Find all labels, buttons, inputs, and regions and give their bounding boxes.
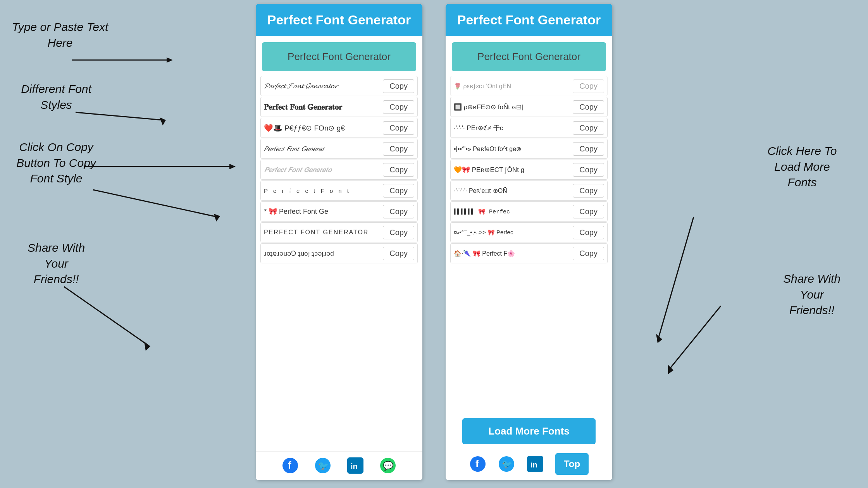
font-display: ¤₄•°¯_•,•..>> 🎀 Perfec	[454, 229, 570, 236]
svg-text:in: in	[530, 461, 537, 469]
font-display: P e r f e c t F o n t	[264, 187, 381, 194]
font-display: ɹoʇɐɹǝuǝ⅁ ʇuoɟ ʇɔǝɟɹǝd	[264, 249, 381, 258]
svg-text:f: f	[288, 459, 291, 471]
copy-button[interactable]: Copy	[573, 247, 604, 260]
font-row: 🧡🎀 PEʀ⊕ECT ʃÔNt g Copy	[450, 160, 608, 180]
font-display: ·'·'·'· ΡEr⊕ℭ≠ 干c	[454, 124, 570, 132]
font-row: •|••°'•» PeʀfeOt fo^t ge⊗ Copy	[450, 139, 608, 159]
font-row: * 🎀 Perfect Font Ge Copy	[260, 201, 418, 222]
font-display: 🔲 ρ⊕ʀFE⊙⊙ foÑt ɢ⊟|	[454, 103, 570, 111]
twitter-icon-2[interactable]: 🐦	[498, 455, 515, 473]
font-row: 🏠·🌂 🎀 Perfect F🌸 Copy	[450, 243, 608, 263]
font-row: ɹoʇɐɹǝuǝ⅁ ʇuoɟ ʇɔǝɟɹǝd Copy	[260, 243, 418, 263]
font-row: PERFECT FONT GENERATOR Copy	[260, 222, 418, 242]
copy-button[interactable]: Copy	[383, 226, 414, 239]
font-display: 🧡🎀 PEʀ⊕ECT ʃÔNt g	[454, 166, 570, 174]
copy-button[interactable]: Copy	[383, 79, 414, 93]
font-row: 𝙋𝙚𝙧𝙛𝙚𝙘𝙩 𝙁𝙤𝙣𝙩 𝙂𝙚𝙣𝙚𝙧𝙖𝙩𝙤 Copy	[260, 160, 418, 180]
copy-button[interactable]: Copy	[573, 226, 604, 239]
copy-button[interactable]: Copy	[573, 142, 604, 156]
facebook-icon-2[interactable]: f	[469, 455, 486, 473]
font-row: ·'·'·'· ΡEr⊕ℭ≠ 干c Copy	[450, 118, 608, 138]
font-display: 𝘗𝘦𝘳𝘧𝘦𝘤𝘵 𝘍𝘰𝘯𝘵 𝘎𝘦𝘯𝘦𝘳𝘢𝘵	[264, 145, 381, 153]
copy-button[interactable]: Copy	[573, 205, 604, 218]
font-row: 𝐏𝐞𝐫𝐟𝐞𝐜𝐭 𝐅𝐨𝐧𝐭 𝐆𝐞𝐧𝐞𝐫𝐚𝐭𝐨𝐫 Copy	[260, 97, 418, 117]
svg-text:💬: 💬	[383, 461, 394, 471]
panel-2: Perfect Font Generator Perfect Font Gene…	[446, 4, 612, 480]
copy-button[interactable]: Copy	[573, 184, 604, 198]
font-display: 𝓟𝓮𝓻𝓯𝓮𝓬𝓽 𝓕𝓸𝓷𝓽 𝓖𝓮𝓷𝓮𝓻𝓪𝓽𝓸𝓻	[264, 82, 381, 90]
copy-button[interactable]: Copy	[383, 205, 414, 218]
social-bar-1: f 🐦 in 💬	[256, 451, 422, 480]
font-row: ❤️🎩 P€ƒƒ€⊙ FOn⊙ g€ Copy	[260, 118, 418, 138]
font-display: ❤️🎩 P€ƒƒ€⊙ FOn⊙ g€	[264, 124, 381, 132]
font-display: 𝐏𝐞𝐫𝐟𝐞𝐜𝐭 𝐅𝐨𝐧𝐭 𝐆𝐞𝐧𝐞𝐫𝐚𝐭𝐨𝐫	[264, 103, 381, 112]
font-row: ▌▌▌▌▌▌ 🎀 Perfec Copy	[450, 201, 608, 222]
copy-button[interactable]: Copy	[573, 163, 604, 177]
font-display: * 🎀 Perfect Font Ge	[264, 207, 381, 216]
font-row: 🌹 ρεʀϝεcτ 'Ont gEN Copy	[450, 76, 608, 96]
font-row: P e r f e c t F o n t Copy	[260, 180, 418, 201]
copy-button[interactable]: Copy	[383, 121, 414, 135]
panel2-header: Perfect Font Generator	[446, 4, 612, 36]
panel1-header: Perfect Font Generator	[256, 4, 422, 36]
font-list-2: 🌹 ρεʀϝεcτ 'Ont gEN Copy 🔲 ρ⊕ʀFE⊙⊙ foÑt ɢ…	[446, 74, 612, 415]
font-display: 🏠·🌂 🎀 Perfect F🌸	[454, 250, 570, 257]
linkedin-icon[interactable]: in	[347, 457, 364, 474]
font-row: 𝓟𝓮𝓻𝓯𝓮𝓬𝓽 𝓕𝓸𝓷𝓽 𝓖𝓮𝓷𝓮𝓻𝓪𝓽𝓸𝓻 Copy	[260, 76, 418, 96]
svg-text:in: in	[351, 462, 358, 471]
load-more-button[interactable]: Load More Fonts	[462, 418, 596, 444]
copy-button[interactable]: Copy	[383, 247, 414, 260]
font-row: ¤₄•°¯_•,•..>> 🎀 Perfec Copy	[450, 222, 608, 242]
copy-button[interactable]: Copy	[573, 79, 604, 93]
font-list-1: 𝓟𝓮𝓻𝓯𝓮𝓬𝓽 𝓕𝓸𝓷𝓽 𝓖𝓮𝓷𝓮𝓻𝓪𝓽𝓸𝓻 Copy 𝐏𝐞𝐫𝐟𝐞𝐜𝐭 𝐅𝐨𝐧𝐭…	[256, 74, 422, 450]
text-input-2[interactable]: Perfect Font Generator	[452, 42, 606, 71]
font-display: ▌▌▌▌▌▌ 🎀 Perfec	[454, 208, 570, 215]
copy-button[interactable]: Copy	[383, 100, 414, 114]
whatsapp-icon[interactable]: 💬	[379, 457, 396, 474]
copy-button[interactable]: Copy	[383, 184, 414, 198]
linkedin-icon-2[interactable]: in	[527, 455, 544, 473]
font-display: 🌹 ρεʀϝεcτ 'Ont gEN	[454, 82, 570, 90]
font-display: PERFECT FONT GENERATOR	[264, 229, 381, 236]
social-bar-2: f 🐦 in Top	[446, 449, 612, 480]
font-display: ·'·'·'·'· Peʀ'e□τ ⊕ON̈	[454, 187, 570, 194]
font-display: •|••°'•» PeʀfeOt fo^t ge⊗	[454, 145, 570, 153]
copy-button[interactable]: Copy	[383, 142, 414, 156]
font-display: 𝙋𝙚𝙧𝙛𝙚𝙘𝙩 𝙁𝙤𝙣𝙩 𝙂𝙚𝙣𝙚𝙧𝙖𝙩𝙤	[264, 166, 381, 174]
font-row: 𝘗𝘦𝘳𝘧𝘦𝘤𝘵 𝘍𝘰𝘯𝘵 𝘎𝘦𝘯𝘦𝘳𝘢𝘵 Copy	[260, 139, 418, 159]
copy-button[interactable]: Copy	[573, 100, 604, 114]
facebook-icon[interactable]: f	[282, 457, 299, 474]
text-input[interactable]: Perfect Font Generator	[262, 42, 416, 71]
font-row: 🔲 ρ⊕ʀFE⊙⊙ foÑt ɢ⊟| Copy	[450, 97, 608, 117]
svg-text:f: f	[475, 458, 479, 469]
copy-button[interactable]: Copy	[573, 121, 604, 135]
twitter-icon[interactable]: 🐦	[314, 457, 331, 474]
panel-1: Perfect Font Generator Perfect Font Gene…	[256, 4, 422, 480]
top-button[interactable]: Top	[555, 453, 589, 475]
svg-text:🐦: 🐦	[502, 459, 513, 469]
copy-button[interactable]: Copy	[383, 163, 414, 177]
svg-text:🐦: 🐦	[318, 461, 329, 471]
font-row: ·'·'·'·'· Peʀ'e□τ ⊕ON̈ Copy	[450, 180, 608, 201]
